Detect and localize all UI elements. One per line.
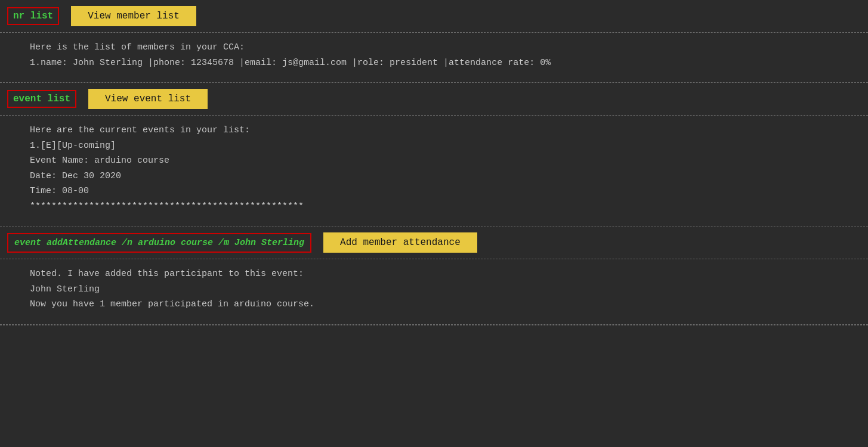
view-member-list-button[interactable]: View member list [71,6,196,26]
add-attendance-command-tag: event addAttendance /n arduino course /m… [7,233,311,253]
event-list-content: Here are the current events in your list… [0,116,868,226]
event-entry-3: Date: Dec 30 2020 [30,169,838,184]
member-list-content-section: Here is the list of members in your CCA:… [0,33,868,83]
event-list-header: event list View event list [0,83,868,115]
member-list-command-tag: nr list [7,7,59,25]
bottom-divider [0,325,868,325]
add-attendance-button[interactable]: Add member attendance [323,232,477,253]
event-entry-2: Event Name: arduino course [30,153,838,169]
event-entry-1: 1.[E][Up-coming] [30,138,838,154]
add-attendance-response: Noted. I have added this participant to … [0,259,868,324]
event-entry-5: ****************************************… [30,199,838,215]
add-attendance-response-section: Noted. I have added this participant to … [0,259,868,325]
add-attendance-section: event addAttendance /n arduino course /m… [0,226,868,259]
event-list-command-tag: event list [7,90,76,108]
attendance-response-1: Noted. I have added this participant to … [30,266,838,282]
member-list-section: nr list View member list [0,0,868,33]
terminal-window: nr list View member list Here is the lis… [0,0,868,447]
attendance-response-2: John Sterling [30,282,838,297]
add-attendance-header: event addAttendance /n arduino course /m… [0,226,868,259]
member-list-header: nr list View member list [0,0,868,32]
attendance-response-3: Now you have 1 member participated in ar… [30,297,838,312]
member-list-entry: 1.name: John Sterling |phone: 12345678 |… [30,55,838,71]
event-list-intro: Here are the current events in your list… [30,123,838,138]
member-list-intro: Here is the list of members in your CCA: [30,40,838,55]
view-event-list-button[interactable]: View event list [88,89,208,109]
event-entry-4: Time: 08-00 [30,184,838,199]
event-list-content-section: Here are the current events in your list… [0,116,868,226]
event-list-section: event list View event list [0,83,868,116]
member-list-content: Here is the list of members in your CCA:… [0,33,868,82]
